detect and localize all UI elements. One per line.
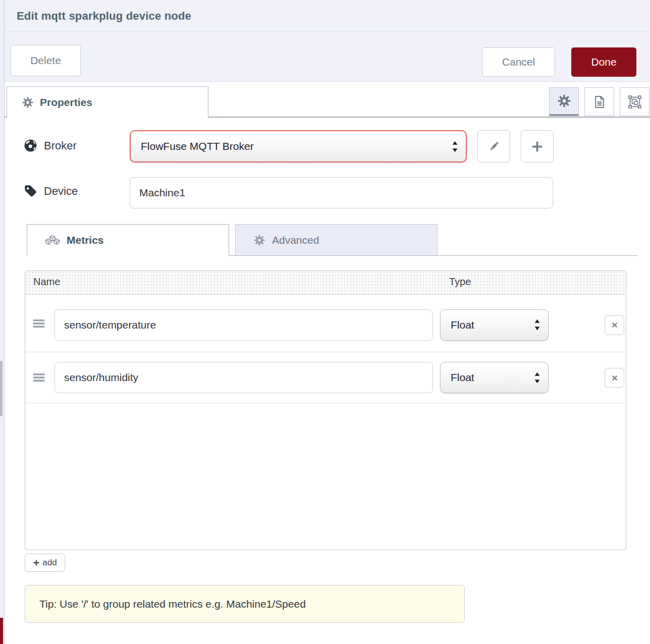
appearance-icon-button[interactable] [620, 87, 649, 116]
scrollbar-thumb[interactable] [0, 361, 3, 416]
done-button[interactable]: Done [571, 47, 636, 77]
select-arrows-icon [533, 371, 541, 385]
add-broker-button[interactable] [521, 130, 554, 163]
tab-advanced[interactable]: Advanced [235, 224, 438, 256]
metrics-list-header: Name Type [25, 271, 626, 295]
editor-tab-bar: Properties [5, 82, 650, 118]
delete-button[interactable]: Delete [11, 45, 81, 76]
remove-metric-button[interactable] [605, 368, 624, 388]
add-metric-button[interactable]: add [25, 554, 65, 572]
object-group-icon [628, 95, 641, 109]
metric-name-input[interactable] [55, 362, 433, 393]
grip-lines-icon[interactable] [32, 371, 45, 384]
properties-icon-button[interactable] [549, 87, 579, 116]
subtab-divider [229, 255, 638, 256]
dialog-title: Edit mqtt sparkplug device node [5, 10, 191, 23]
column-header-name: Name [33, 276, 60, 288]
broker-label: Broker [24, 139, 77, 152]
metric-name-input[interactable] [55, 309, 433, 341]
tab-advanced-label: Advanced [272, 234, 319, 246]
device-input[interactable] [130, 177, 553, 208]
add-metric-label: add [42, 558, 57, 568]
node-sliver [0, 618, 3, 644]
column-header-type: Type [449, 276, 471, 288]
metric-type-select[interactable]: Float [440, 362, 549, 393]
edit-node-dialog: Edit mqtt sparkplug device node Delete C… [0, 0, 650, 644]
tag-icon [24, 184, 37, 198]
select-arrows-icon [451, 140, 459, 153]
tip-text: Tip: Use '/' to group related metrics e.… [25, 598, 306, 610]
dialog-header: Edit mqtt sparkplug device node [5, 0, 650, 32]
tab-properties[interactable]: Properties [7, 86, 208, 118]
tip-box: Tip: Use '/' to group related metrics e.… [25, 585, 465, 623]
broker-select-value: FlowFuse MQTT Broker [131, 140, 451, 152]
globe-icon [24, 139, 37, 152]
plus-icon [531, 140, 544, 153]
metric-type-value: Float [441, 371, 533, 384]
device-label-text: Device [44, 185, 78, 198]
workspace-edge [0, 0, 5, 644]
tab-metrics[interactable]: Metrics [27, 224, 229, 256]
broker-select[interactable]: FlowFuse MQTT Broker [130, 130, 467, 163]
grip-lines-icon[interactable] [32, 317, 45, 330]
dialog-content: Broker FlowFuse MQTT Broker Device Metri… [5, 118, 650, 644]
remove-metric-button[interactable] [605, 315, 624, 335]
metric-row: Float [25, 352, 626, 403]
cubes-icon [45, 235, 60, 246]
select-arrows-icon [533, 318, 541, 332]
tab-metrics-label: Metrics [67, 234, 104, 246]
gear-icon [22, 97, 33, 108]
metric-type-select[interactable]: Float [440, 309, 549, 341]
metric-row: Float [25, 295, 626, 352]
cancel-button[interactable]: Cancel [482, 47, 555, 77]
gear-icon [558, 94, 571, 108]
plus-icon [33, 559, 40, 566]
pencil-icon [488, 140, 500, 153]
gear-icon [254, 235, 265, 246]
times-icon [611, 374, 619, 382]
description-icon-button[interactable] [584, 87, 614, 116]
document-icon [593, 95, 606, 109]
times-icon [611, 321, 619, 329]
broker-label-text: Broker [44, 139, 77, 152]
device-label: Device [24, 184, 78, 198]
metric-type-value: Float [441, 319, 533, 331]
edit-broker-button[interactable] [477, 130, 510, 163]
dialog-action-bar: Delete Cancel Done [5, 33, 650, 82]
tab-properties-label: Properties [40, 96, 92, 109]
metrics-list: Name Type Float Float [25, 271, 626, 550]
